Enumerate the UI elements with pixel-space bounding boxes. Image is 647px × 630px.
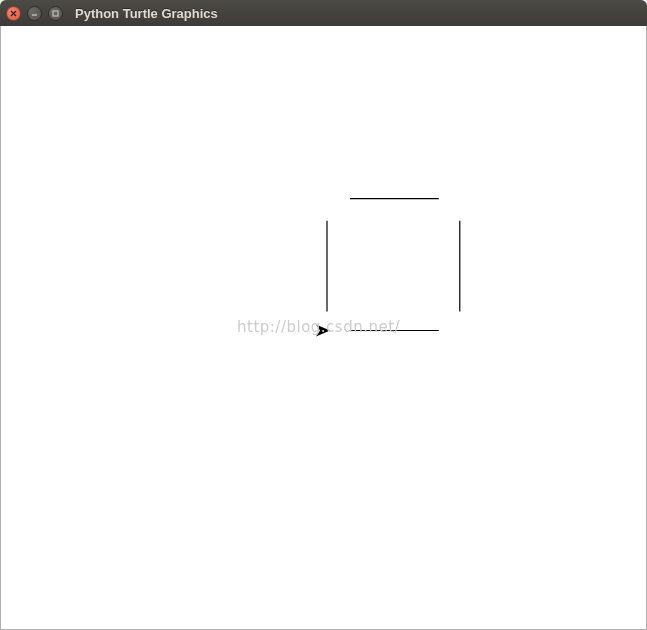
minimize-icon [31,10,38,17]
turtle-cursor-icon [316,325,330,337]
maximize-icon [52,10,59,17]
titlebar[interactable]: Python Turtle Graphics [0,0,647,26]
window-title: Python Turtle Graphics [75,6,218,21]
minimize-button[interactable] [27,6,42,21]
turtle-drawing [1,26,646,629]
window-controls [6,6,63,21]
close-icon [10,10,17,17]
close-button[interactable] [6,6,21,21]
svg-rect-3 [53,11,58,16]
maximize-button[interactable] [48,6,63,21]
window: Python Turtle Graphics http://blog.csdn.… [0,0,647,630]
turtle-canvas-area: http://blog.csdn.net/ [0,26,647,630]
